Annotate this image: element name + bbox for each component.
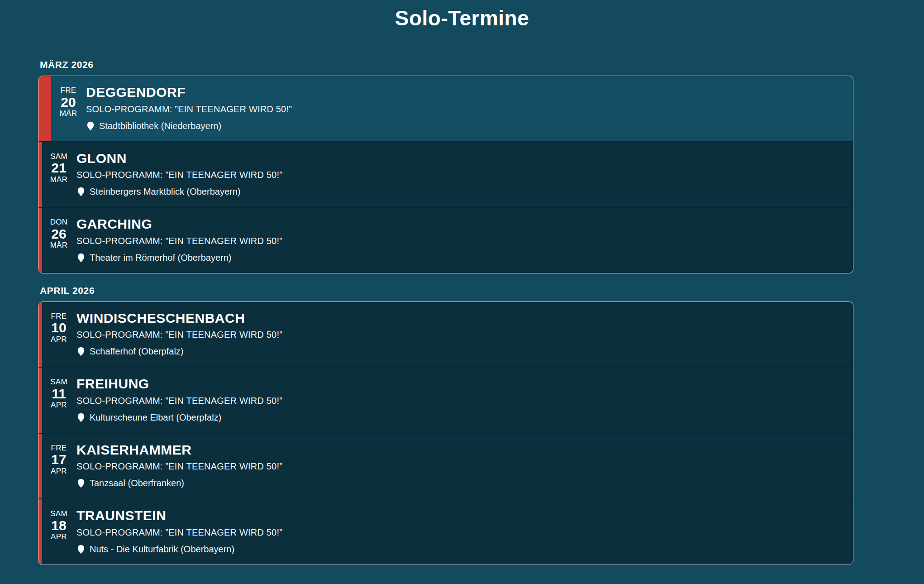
location-pin-icon [77, 187, 85, 196]
event-info: FREIHUNG SOLO-PROGRAMM: ”EIN TEENAGER WI… [76, 377, 842, 423]
event-day: 11 [52, 387, 66, 401]
event-row[interactable]: FRE 10 APR WINDISCHESCHENBACH SOLO-PROGR… [38, 302, 853, 367]
event-city: GLONN [76, 151, 842, 166]
event-city: KAISERHAMMER [76, 443, 842, 457]
event-venue-text: Nuts - Die Kulturfabrik (Oberbayern) [90, 544, 234, 555]
location-pin-icon [77, 545, 85, 554]
event-row[interactable]: SAM 21 MÄR GLONN SOLO-PROGRAMM: ”EIN TEE… [38, 141, 853, 207]
event-city: FREIHUNG [76, 377, 842, 391]
event-venue: Kulturscheune Elbart (Oberpfalz) [76, 412, 842, 423]
event-program: SOLO-PROGRAMM: ”EIN TEENAGER WIRD 50!” [86, 104, 842, 115]
event-weekday: SAM [50, 152, 67, 161]
location-pin-icon [77, 479, 85, 488]
page-title: Solo-Termine [0, 6, 924, 30]
event-city: GARCHING [76, 217, 842, 231]
events-list: MÄRZ 2026 FRE 20 MÄR DEGGENDORF SOLO-PRO… [38, 59, 853, 565]
event-venue: Nuts - Die Kulturfabrik (Oberbayern) [76, 544, 842, 555]
event-venue-text: Theater im Römerhof (Oberbayern) [90, 253, 231, 263]
page: Solo-Termine MÄRZ 2026 FRE 20 MÄR DEGGEN… [0, 6, 924, 565]
event-day: 17 [51, 452, 66, 467]
event-info: GLONN SOLO-PROGRAMM: ”EIN TEENAGER WIRD … [76, 151, 842, 197]
event-card: FRE 20 MÄR DEGGENDORF SOLO-PROGRAMM: ”EI… [38, 76, 853, 273]
event-info: WINDISCHESCHENBACH SOLO-PROGRAMM: ”EIN T… [76, 311, 842, 357]
event-venue: Tanzsaal (Oberfranken) [76, 478, 842, 488]
location-pin-icon [77, 253, 85, 263]
event-venue-text: Schafferhof (Oberpfalz) [90, 346, 184, 357]
event-row[interactable]: SAM 18 APR TRAUNSTEIN SOLO-PROGRAMM: ”EI… [38, 498, 853, 565]
event-info: DEGGENDORF SOLO-PROGRAMM: ”EIN TEENAGER … [86, 85, 842, 131]
event-info: GARCHING SOLO-PROGRAMM: ”EIN TEENAGER WI… [76, 217, 842, 263]
event-date: SAM 11 APR [48, 377, 70, 410]
event-program: SOLO-PROGRAMM: ”EIN TEENAGER WIRD 50!” [76, 396, 842, 406]
month-header: MÄRZ 2026 [40, 59, 853, 70]
event-weekday: FRE [51, 312, 67, 321]
event-date: SAM 21 MÄR [48, 151, 70, 184]
event-month: MÄR [50, 175, 68, 184]
event-row[interactable]: FRE 17 APR KAISERHAMMER SOLO-PROGRAMM: ”… [38, 433, 853, 499]
event-day: 10 [51, 321, 66, 335]
event-date: FRE 10 APR [48, 311, 70, 344]
event-date: FRE 20 MÄR [57, 85, 80, 118]
event-info: TRAUNSTEIN SOLO-PROGRAMM: ”EIN TEENAGER … [76, 508, 842, 555]
event-venue-text: Stadtbibliothek (Niederbayern) [99, 121, 221, 131]
event-month: APR [51, 532, 67, 541]
event-date: FRE 17 APR [48, 443, 70, 476]
event-date: SAM 18 APR [48, 508, 70, 541]
event-day: 20 [61, 95, 76, 110]
month-section: APRIL 2026 FRE 10 APR WINDISCHESCHENBACH… [38, 285, 853, 565]
event-month: MÄR [60, 109, 77, 118]
event-weekday: FRE [61, 86, 76, 95]
event-venue-text: Kulturscheune Elbart (Oberpfalz) [90, 412, 221, 423]
event-venue-text: Tanzsaal (Oberfranken) [90, 478, 184, 488]
event-program: SOLO-PROGRAMM: ”EIN TEENAGER WIRD 50!” [76, 527, 842, 538]
event-row[interactable]: SAM 11 APR FREIHUNG SOLO-PROGRAMM: ”EIN … [38, 367, 853, 433]
event-weekday: FRE [51, 444, 67, 453]
event-row[interactable]: FRE 20 MÄR DEGGENDORF SOLO-PROGRAMM: ”EI… [38, 76, 853, 141]
event-month: MÄR [50, 241, 68, 250]
event-venue: Theater im Römerhof (Oberbayern) [76, 253, 842, 263]
event-month: APR [51, 467, 67, 476]
location-pin-icon [77, 413, 85, 422]
event-weekday: SAM [50, 378, 67, 387]
event-venue-text: Steinbergers Marktblick (Oberbayern) [90, 187, 240, 197]
event-weekday: SAM [50, 509, 67, 518]
event-row[interactable]: DON 26 MÄR GARCHING SOLO-PROGRAMM: ”EIN … [38, 207, 853, 273]
event-card: FRE 10 APR WINDISCHESCHENBACH SOLO-PROGR… [38, 302, 853, 565]
event-venue: Schafferhof (Oberpfalz) [76, 346, 842, 357]
event-program: SOLO-PROGRAMM: ”EIN TEENAGER WIRD 50!” [76, 236, 842, 246]
event-program: SOLO-PROGRAMM: ”EIN TEENAGER WIRD 50!” [76, 461, 842, 472]
event-info: KAISERHAMMER SOLO-PROGRAMM: ”EIN TEENAGE… [76, 443, 842, 489]
event-month: APR [51, 401, 67, 410]
event-city: WINDISCHESCHENBACH [76, 311, 842, 326]
event-day: 21 [51, 161, 66, 175]
event-venue: Steinbergers Marktblick (Oberbayern) [76, 187, 842, 197]
event-program: SOLO-PROGRAMM: ”EIN TEENAGER WIRD 50!” [76, 170, 842, 180]
month-header: APRIL 2026 [40, 285, 853, 296]
event-day: 26 [51, 227, 66, 241]
location-pin-icon [87, 121, 94, 131]
event-date: DON 26 MÄR [48, 217, 70, 250]
month-section: MÄRZ 2026 FRE 20 MÄR DEGGENDORF SOLO-PRO… [38, 59, 853, 273]
event-city: TRAUNSTEIN [76, 508, 842, 523]
event-day: 18 [51, 518, 66, 533]
event-city: DEGGENDORF [86, 85, 842, 100]
location-pin-icon [77, 347, 85, 356]
event-weekday: DON [50, 218, 68, 227]
event-month: APR [51, 335, 67, 344]
event-venue: Stadtbibliothek (Niederbayern) [86, 121, 842, 131]
event-program: SOLO-PROGRAMM: ”EIN TEENAGER WIRD 50!” [76, 330, 842, 340]
